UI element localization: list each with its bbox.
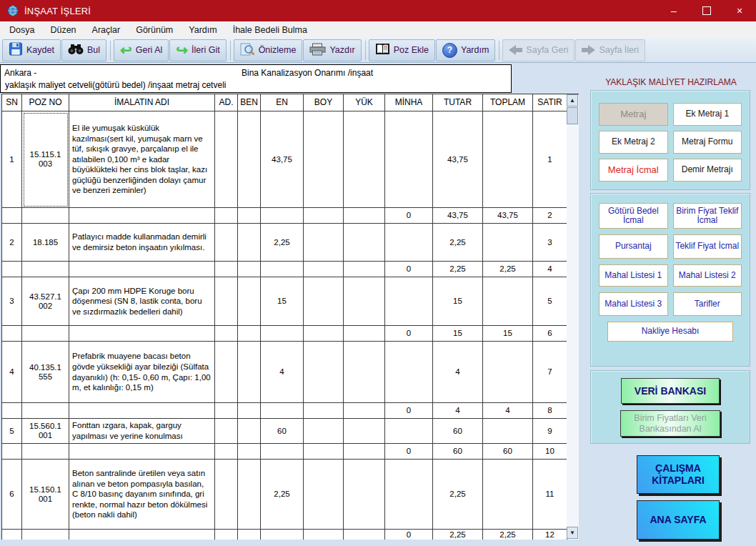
cell-sn[interactable]: 3 — [2, 277, 22, 326]
birim-fiyatlari-veri-bankasindan-al-button[interactable]: Birim Fiyatları Veri Bankasından Al — [620, 410, 720, 437]
cell-tutar[interactable]: 2,25 — [433, 530, 483, 540]
cell-pozno[interactable] — [22, 403, 69, 419]
cell-boy[interactable] — [304, 262, 344, 277]
cell-imalat[interactable] — [69, 262, 215, 277]
help-button[interactable]: ? Yardım — [436, 39, 495, 61]
cell-en[interactable] — [261, 208, 304, 224]
cell-pozno[interactable]: 15.560.1 001 — [22, 419, 69, 444]
icmal-group-button-8[interactable]: Nakliye Hesabı — [607, 322, 733, 342]
page-forward-button[interactable]: Sayfa İleri — [575, 39, 645, 61]
cell-satir[interactable]: 8 — [533, 403, 567, 419]
cell-satir[interactable]: 3 — [533, 224, 567, 262]
cell-pozno[interactable] — [22, 262, 69, 277]
cell-yuk[interactable] — [344, 530, 385, 540]
cell-yuk[interactable] — [344, 326, 385, 342]
save-button[interactable]: Kaydet — [2, 39, 61, 61]
cell-sn[interactable]: 5 — [2, 419, 22, 444]
cell-toplam[interactable] — [483, 224, 533, 262]
menu-duzen[interactable]: Düzen — [42, 25, 84, 35]
cell-imalat[interactable]: Fonttan ızgara, kapak, garguy yapılması … — [69, 419, 215, 444]
cell-minha[interactable]: 0 — [385, 326, 433, 342]
cell-sn[interactable] — [2, 403, 22, 419]
icmal-group-button-4[interactable]: Mahal Listesi 1 — [599, 264, 668, 287]
cell-en[interactable] — [261, 326, 304, 342]
cell-yuk[interactable] — [344, 111, 385, 208]
minimize-button[interactable]: – — [657, 0, 690, 21]
cell-toplam[interactable] — [483, 460, 533, 530]
cell-pozno[interactable] — [22, 444, 69, 460]
cell-minha[interactable] — [385, 419, 433, 444]
cell-toplam[interactable]: 2,25 — [483, 262, 533, 277]
cell-ad[interactable] — [215, 111, 238, 208]
cell-sn[interactable] — [2, 262, 22, 277]
cell-ben[interactable] — [238, 444, 261, 460]
cell-satir[interactable]: 10 — [533, 444, 567, 460]
cell-yuk[interactable] — [344, 208, 385, 224]
cell-toplam[interactable]: 4 — [483, 403, 533, 419]
vertical-scrollbar[interactable]: ▲ ▼ — [567, 94, 579, 539]
cell-minha[interactable]: 0 — [385, 208, 433, 224]
cell-ad[interactable] — [215, 460, 238, 530]
cell-satir[interactable]: 12 — [533, 530, 567, 540]
cell-imalat[interactable]: Beton santralinde üretilen veya satın al… — [69, 460, 215, 530]
cell-en[interactable]: 2,25 — [261, 224, 304, 262]
cell-yuk[interactable] — [344, 224, 385, 262]
icmal-group-button-3[interactable]: Teklif Fiyat İcmal — [673, 234, 742, 259]
cell-satir[interactable]: 5 — [533, 277, 567, 326]
cell-yuk[interactable] — [344, 277, 385, 326]
cell-yuk[interactable] — [344, 262, 385, 277]
cell-satir[interactable]: 2 — [533, 208, 567, 224]
cell-pozno[interactable]: 15.150.1 001 — [22, 460, 69, 530]
cell-satir[interactable]: 1 — [533, 111, 567, 208]
cell-tutar[interactable]: 2,25 — [433, 460, 483, 530]
metraj-group-button-0[interactable]: Metraj — [599, 103, 668, 126]
cell-en[interactable] — [261, 262, 304, 277]
cell-ben[interactable] — [238, 530, 261, 540]
menu-araclar[interactable]: Araçlar — [84, 25, 129, 35]
cell-ben[interactable] — [238, 208, 261, 224]
preview-button[interactable]: Önizleme — [234, 39, 303, 61]
cell-en[interactable]: 60 — [261, 419, 304, 444]
cell-minha[interactable] — [385, 224, 433, 262]
cell-ben[interactable] — [238, 403, 261, 419]
metraj-group-button-1[interactable]: Ek Metraj 1 — [673, 103, 742, 126]
cell-toplam[interactable] — [483, 342, 533, 403]
icmal-group-button-1[interactable]: Birim Fiyat Teklif İcmal — [673, 203, 742, 229]
icmal-group-button-5[interactable]: Mahal Listesi 2 — [673, 264, 742, 287]
metraj-group-button-5[interactable]: Demir Metrajı — [673, 159, 742, 182]
cell-ad[interactable] — [215, 419, 238, 444]
icmal-group-button-7[interactable]: Tarifler — [673, 292, 742, 316]
cell-pozno[interactable] — [22, 530, 69, 540]
cell-pozno[interactable]: 15.115.1 003 — [22, 111, 69, 208]
menu-dosya[interactable]: Dosya — [1, 25, 42, 35]
cell-boy[interactable] — [304, 342, 344, 403]
menu-yardim[interactable]: Yardım — [181, 25, 224, 35]
cell-minha[interactable]: 0 — [385, 403, 433, 419]
cell-satir[interactable]: 6 — [533, 326, 567, 342]
scroll-down-button[interactable]: ▼ — [567, 527, 578, 539]
cell-ad[interactable] — [215, 342, 238, 403]
cell-tutar[interactable]: 60 — [433, 419, 483, 444]
cell-toplam[interactable]: 2,25 — [483, 530, 533, 540]
cell-ben[interactable] — [238, 460, 261, 530]
cell-imalat[interactable] — [69, 326, 215, 342]
icmal-group-button-0[interactable]: Götürü Bedel İcmal — [599, 203, 668, 229]
add-poz-button[interactable]: Poz Ekle — [369, 39, 435, 61]
cell-ben[interactable] — [238, 224, 261, 262]
cell-boy[interactable] — [304, 277, 344, 326]
cell-minha[interactable]: 0 — [385, 444, 433, 460]
cell-imalat[interactable] — [69, 403, 215, 419]
cell-ben[interactable] — [238, 342, 261, 403]
cell-tutar[interactable]: 43,75 — [433, 111, 483, 208]
close-button[interactable]: × — [723, 0, 756, 21]
cell-ad[interactable] — [215, 326, 238, 342]
cell-en[interactable]: 43,75 — [261, 111, 304, 208]
cell-sn[interactable]: 2 — [2, 224, 22, 262]
print-button[interactable]: Yazdır — [303, 39, 361, 61]
cell-imalat[interactable]: El ile yumuşak küskülük kazılması(sert k… — [69, 111, 215, 208]
cell-imalat[interactable] — [69, 208, 215, 224]
find-button[interactable]: Bul — [61, 39, 106, 61]
cell-boy[interactable] — [304, 224, 344, 262]
page-back-button[interactable]: Sayfa Geri — [502, 39, 575, 61]
cell-sn[interactable] — [2, 530, 22, 540]
